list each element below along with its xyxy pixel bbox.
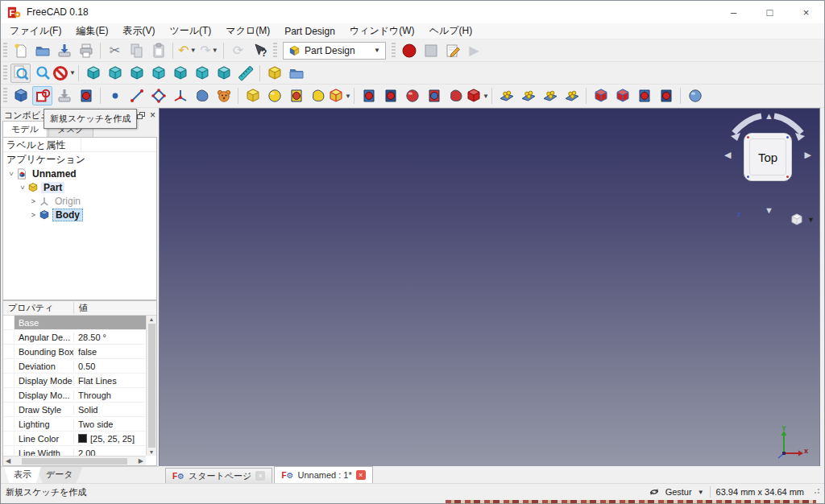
- edit-sketch-button[interactable]: [76, 86, 96, 105]
- workbench-selector[interactable]: Part Design ▼: [283, 42, 386, 60]
- subtractive-primitive-button[interactable]: ▼: [467, 86, 487, 105]
- subtractive-pipe-button[interactable]: [424, 86, 444, 105]
- float-panel-button[interactable]: [137, 112, 145, 119]
- property-row-base[interactable]: Base: [3, 316, 146, 330]
- nav-left-arrow[interactable]: ◀: [724, 151, 731, 159]
- fit-all-button[interactable]: [10, 64, 31, 83]
- menu-item-1[interactable]: 編集(E): [68, 23, 115, 39]
- scroll-up-icon[interactable]: ▲: [149, 316, 155, 322]
- scrollbar-thumb[interactable]: [148, 324, 155, 448]
- toolbar-drag-handle[interactable]: [273, 43, 277, 59]
- datum-line-button[interactable]: [126, 86, 147, 105]
- hole-button[interactable]: [380, 86, 400, 105]
- property-row-line-width[interactable]: Line Width2.00: [3, 446, 146, 456]
- create-sketch-button[interactable]: [32, 86, 52, 105]
- groove-button[interactable]: [402, 86, 422, 105]
- scroll-down-icon[interactable]: ▼: [149, 449, 155, 455]
- close-panel-button[interactable]: ×: [150, 110, 155, 120]
- menu-item-3[interactable]: ツール(T): [162, 23, 218, 39]
- open-button[interactable]: [32, 41, 52, 60]
- top-view-button[interactable]: [126, 64, 147, 83]
- bottom-view-button[interactable]: [192, 64, 212, 83]
- toolbar-drag-handle[interactable]: [3, 43, 7, 59]
- property-value[interactable]: [25, 25, 25]: [74, 434, 146, 444]
- refresh-button[interactable]: ⟳: [228, 41, 248, 60]
- datum-plane-button[interactable]: [148, 86, 168, 105]
- chamfer-button[interactable]: [612, 86, 632, 105]
- nav-cube-menu-button[interactable]: ▼: [789, 212, 815, 228]
- measure-distance-button[interactable]: [235, 64, 255, 83]
- property-row-lighting[interactable]: LightingTwo side: [3, 417, 146, 432]
- vertical-scrollbar[interactable]: ▲ ▼: [146, 316, 156, 456]
- additive-primitive-button[interactable]: ▼: [330, 86, 350, 105]
- collapse-icon[interactable]: >: [19, 183, 27, 192]
- nav-down-arrow[interactable]: ▼: [765, 206, 773, 215]
- shape-binder-button[interactable]: [192, 86, 212, 105]
- paste-button[interactable]: [148, 41, 168, 60]
- pad-button[interactable]: [243, 86, 263, 105]
- draw-style-button[interactable]: ▼: [54, 64, 74, 83]
- property-value[interactable]: Solid: [74, 405, 146, 415]
- property-row-display-mo-[interactable]: Display Mo...Through: [3, 388, 146, 403]
- toolbar-drag-handle[interactable]: [3, 65, 7, 81]
- nav-cube-top-face[interactable]: Top: [744, 133, 792, 181]
- redo-button[interactable]: ↷▼: [199, 41, 219, 60]
- multitransform-button[interactable]: [562, 86, 582, 105]
- fillet-button[interactable]: [591, 86, 611, 105]
- document-tab-1[interactable]: F⚙Unnamed : 1*×: [274, 466, 372, 483]
- property-value[interactable]: Two side: [74, 419, 146, 429]
- macro-play-button[interactable]: ▶: [464, 41, 484, 60]
- create-group-button[interactable]: [286, 64, 306, 83]
- toolbar-drag-handle[interactable]: [3, 88, 7, 104]
- close-tab-icon[interactable]: ×: [255, 471, 265, 481]
- tree-item-origin[interactable]: >Origin: [3, 194, 156, 208]
- front-view-button[interactable]: [105, 64, 125, 83]
- close-tab-icon[interactable]: ×: [356, 470, 366, 480]
- property-row-deviation[interactable]: Deviation0.50: [3, 359, 146, 374]
- property-value[interactable]: Through: [74, 390, 146, 400]
- maximize-button[interactable]: □: [752, 1, 788, 23]
- mirrored-button[interactable]: [496, 86, 516, 105]
- collapse-icon[interactable]: >: [7, 169, 15, 178]
- menu-item-2[interactable]: 表示(V): [115, 23, 162, 39]
- property-row-bounding-box[interactable]: Bounding Boxfalse: [3, 345, 146, 359]
- horizontal-scrollbar[interactable]: ◀ ▶: [3, 456, 146, 465]
- draft-button[interactable]: [634, 86, 654, 105]
- 3d-viewport[interactable]: ▲ ▼ ◀ ▶ Top z ▼: [159, 108, 820, 466]
- expand-icon[interactable]: >: [29, 197, 38, 205]
- new-document-button[interactable]: [10, 41, 31, 60]
- tree-item-body[interactable]: >Body: [3, 208, 156, 221]
- local-coordinate-system-button[interactable]: [170, 86, 190, 105]
- macro-record-button[interactable]: [399, 41, 419, 60]
- tab-表示[interactable]: 表示: [4, 467, 41, 483]
- datum-point-button[interactable]: [105, 86, 125, 105]
- boolean-button[interactable]: [685, 86, 705, 105]
- tree-item-part[interactable]: >Part: [3, 180, 156, 194]
- right-view-button[interactable]: [148, 64, 168, 83]
- property-value[interactable]: 2.00: [74, 448, 146, 456]
- menu-item-0[interactable]: ファイル(F): [2, 23, 68, 39]
- navigation-style-selector[interactable]: Gestur: [665, 487, 692, 497]
- menu-item-7[interactable]: ヘルプ(H): [422, 23, 480, 39]
- tab-モデル[interactable]: モデル: [2, 121, 48, 137]
- nav-right-arrow[interactable]: ▶: [805, 151, 811, 159]
- document-tab-0[interactable]: F⚙スタートページ×: [165, 468, 272, 483]
- pocket-button[interactable]: [359, 86, 379, 105]
- navigation-cube[interactable]: ▲ ▼ ◀ ▶ Top z ▼: [723, 112, 813, 202]
- whats-this-button[interactable]: ?: [250, 41, 270, 60]
- property-row-draw-style[interactable]: Draw StyleSolid: [3, 403, 146, 417]
- property-row-angular-de-[interactable]: Angular De...28.50 °: [3, 330, 146, 345]
- expand-icon[interactable]: >: [29, 211, 38, 219]
- property-row-display-mode[interactable]: Display ModeFlat Lines: [3, 374, 146, 388]
- nav-up-arrow[interactable]: ▲: [765, 112, 773, 121]
- cut-button[interactable]: ✂: [105, 41, 125, 60]
- tab-データ[interactable]: データ: [36, 467, 83, 483]
- undo-button[interactable]: ↶▼: [177, 41, 197, 60]
- fit-selection-button[interactable]: [32, 64, 52, 83]
- chevron-down-icon[interactable]: ▼: [698, 489, 704, 496]
- close-button[interactable]: ×: [788, 1, 824, 23]
- save-button[interactable]: [54, 41, 74, 60]
- macro-stop-button[interactable]: [421, 41, 441, 60]
- rear-view-button[interactable]: [170, 64, 190, 83]
- thickness-button[interactable]: [656, 86, 676, 105]
